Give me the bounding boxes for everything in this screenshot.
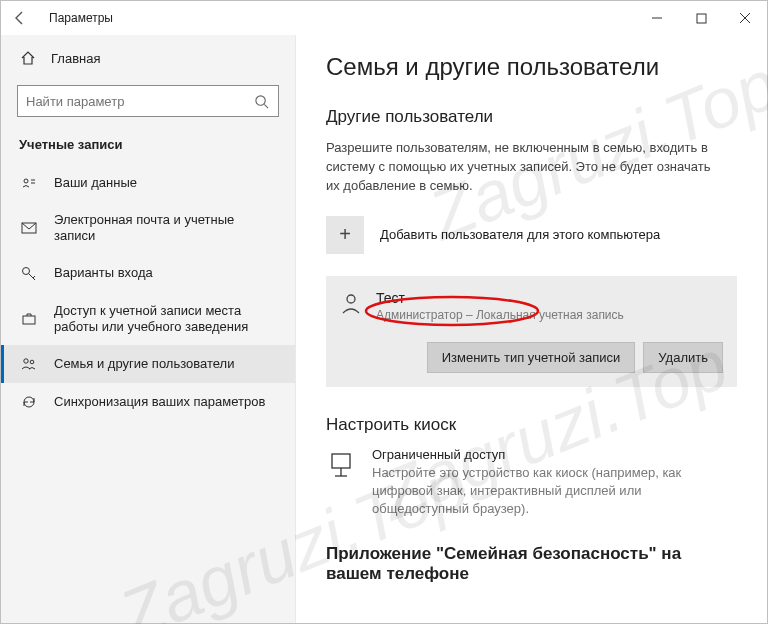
sidebar-item-label: Синхронизация ваших параметров: [54, 394, 277, 410]
maximize-button[interactable]: [679, 3, 723, 33]
sidebar-section-heading: Учетные записи: [1, 131, 295, 164]
change-account-type-button[interactable]: Изменить тип учетной записи: [427, 342, 636, 373]
svg-point-14: [347, 295, 355, 303]
svg-point-2: [255, 95, 264, 104]
briefcase-icon: [20, 310, 38, 328]
person-card-icon: [20, 174, 38, 192]
main-content: Семья и другие пользователи Другие польз…: [296, 35, 767, 623]
sidebar-item-label: Варианты входа: [54, 265, 277, 281]
sidebar: Главная Учетные записи Ваши данные: [1, 35, 296, 623]
svg-line-10: [33, 276, 35, 278]
svg-point-13: [30, 360, 34, 364]
svg-point-12: [24, 359, 28, 363]
search-input[interactable]: [26, 94, 246, 109]
svg-point-4: [24, 179, 28, 183]
user-card[interactable]: Тест Администратор – Локальная учетная з…: [326, 276, 737, 387]
sync-icon: [20, 393, 38, 411]
sidebar-item-family-users[interactable]: Семья и другие пользователи: [1, 345, 295, 383]
sidebar-item-signin-options[interactable]: Варианты входа: [1, 255, 295, 293]
svg-rect-11: [23, 316, 35, 324]
minimize-button[interactable]: [635, 3, 679, 33]
svg-rect-16: [332, 454, 350, 468]
add-user-row[interactable]: + Добавить пользователя для этого компью…: [326, 216, 737, 254]
user-role: Администратор – Локальная учетная запись: [376, 308, 624, 322]
sidebar-item-work-school[interactable]: Доступ к учетной записи места работы или…: [1, 293, 295, 346]
delete-user-button[interactable]: Удалить: [643, 342, 723, 373]
search-input-container[interactable]: [17, 85, 279, 117]
plus-icon: +: [339, 223, 351, 246]
user-icon: [340, 292, 362, 314]
add-user-label: Добавить пользователя для этого компьюте…: [380, 227, 660, 242]
sidebar-item-sync[interactable]: Синхронизация ваших параметров: [1, 383, 295, 421]
kiosk-description: Настройте это устройство как киоск (напр…: [372, 464, 702, 519]
search-icon: [252, 92, 270, 110]
svg-rect-1: [697, 14, 706, 23]
family-app-heading: Приложение "Семейная безопасность" на ва…: [326, 544, 737, 584]
sidebar-home[interactable]: Главная: [1, 41, 295, 75]
kiosk-title: Ограниченный доступ: [372, 447, 702, 462]
page-title: Семья и другие пользователи: [326, 53, 737, 81]
window-title: Параметры: [49, 11, 113, 25]
user-name: Тест: [376, 290, 624, 306]
sidebar-item-your-info[interactable]: Ваши данные: [1, 164, 295, 202]
add-user-button[interactable]: +: [326, 216, 364, 254]
key-icon: [20, 265, 38, 283]
kiosk-icon: [326, 450, 356, 480]
sidebar-home-label: Главная: [51, 51, 100, 66]
people-icon: [20, 355, 38, 373]
other-users-description: Разрешите пользователям, не включенным в…: [326, 139, 726, 196]
svg-line-3: [264, 104, 268, 108]
titlebar: Параметры: [1, 1, 767, 35]
kiosk-heading: Настроить киоск: [326, 415, 737, 435]
close-button[interactable]: [723, 3, 767, 33]
sidebar-nav: Ваши данные Электронная почта и учетные …: [1, 164, 295, 421]
sidebar-item-label: Доступ к учетной записи места работы или…: [54, 303, 277, 336]
back-button[interactable]: [7, 5, 33, 31]
home-icon: [19, 49, 37, 67]
kiosk-row[interactable]: Ограниченный доступ Настройте это устрой…: [326, 447, 737, 519]
sidebar-item-label: Электронная почта и учетные записи: [54, 212, 277, 245]
other-users-heading: Другие пользователи: [326, 107, 737, 127]
mail-icon: [20, 219, 38, 237]
sidebar-item-email-accounts[interactable]: Электронная почта и учетные записи: [1, 202, 295, 255]
svg-point-8: [23, 267, 30, 274]
sidebar-item-label: Ваши данные: [54, 175, 277, 191]
sidebar-item-label: Семья и другие пользователи: [54, 356, 277, 372]
